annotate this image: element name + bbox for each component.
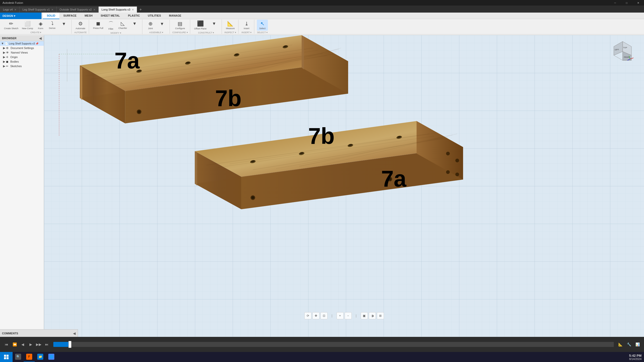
toolbar-tab-solid[interactable]: SOLID bbox=[43, 13, 59, 19]
playback-play[interactable]: ▶ bbox=[27, 340, 35, 348]
playback-step-back[interactable]: ◀ bbox=[19, 340, 27, 348]
zoom-out-button[interactable]: − bbox=[345, 312, 352, 319]
new-joint-button[interactable]: ⊕ Joint bbox=[145, 20, 156, 31]
tabbar: Legs v4 ✕ Leg Shelf Supports v1 ✕ Outsid… bbox=[0, 6, 644, 13]
separator: | bbox=[329, 312, 336, 319]
bt-icon-2[interactable]: 🔧 bbox=[625, 340, 633, 348]
new-tab-button[interactable]: + bbox=[137, 7, 144, 13]
browser-item-doc-settings[interactable]: ▶ ⚙ Document Settings bbox=[0, 46, 44, 50]
playback-skip-start[interactable]: ⏮ bbox=[3, 340, 11, 348]
tab-outside-shelf[interactable]: Outside Shelf Supports v2 ✕ bbox=[57, 7, 99, 13]
minimize-button[interactable]: ─ bbox=[609, 0, 621, 6]
browser-item-root[interactable]: ▼ 📄 Long Shelf Supports v3 📌 bbox=[0, 41, 44, 46]
automate-button[interactable]: ⚙ Automate bbox=[74, 20, 87, 31]
svg-rect-34 bbox=[4, 357, 6, 359]
more-create-button[interactable]: ▾ bbox=[58, 20, 69, 31]
taskbar-chrome[interactable]: 🌐 bbox=[46, 352, 57, 362]
taskbar-clock: 5:42 PM 8/14/2024 bbox=[629, 354, 641, 360]
construct-group-label: CONSTRUCT ▾ bbox=[198, 31, 214, 34]
close-button[interactable]: ✕ bbox=[632, 0, 644, 6]
browser-collapse-button[interactable]: ◀ bbox=[39, 36, 42, 40]
zoom-fit-button[interactable]: ⊡ bbox=[320, 312, 328, 319]
tab-close-outside[interactable]: ✕ bbox=[93, 8, 95, 11]
bt-icon-1[interactable]: 📐 bbox=[616, 340, 624, 348]
select-button[interactable]: ↖ Select bbox=[257, 20, 268, 31]
toolbar-tab-plastic[interactable]: PLASTIC bbox=[124, 13, 144, 19]
new-component-button[interactable]: ⬜ New Comp bbox=[20, 20, 35, 31]
tab-leg-shelf[interactable]: Leg Shelf Supports v1 ✕ bbox=[20, 7, 57, 13]
timeline-cursor[interactable] bbox=[68, 341, 71, 348]
tab-close-long-shelf[interactable]: ✕ bbox=[132, 8, 134, 11]
explorer-taskbar-icon: 📁 bbox=[37, 354, 43, 360]
beam2-screw-front-2-inner bbox=[388, 178, 391, 180]
toolbar-group-construct: ⬛ Offset Plane ▾ CONSTRUCT ▾ bbox=[193, 19, 222, 34]
tab-close-leg-shelf[interactable]: ✕ bbox=[51, 8, 53, 11]
toolbar-tab-sheet-metal[interactable]: SHEET METAL bbox=[97, 13, 124, 19]
chamfer-button[interactable]: ◺ Chamfer bbox=[117, 19, 129, 31]
derive-icon: ⤵ bbox=[51, 21, 54, 26]
select-icon: ↖ bbox=[260, 21, 265, 27]
tab-legs[interactable]: Legs v4 ✕ bbox=[0, 7, 20, 13]
taskbar-search[interactable]: 🔍 bbox=[13, 352, 24, 362]
fillet-button[interactable]: ⌒ Fillet bbox=[105, 19, 116, 31]
toolbar-tab-manage[interactable]: MANAGE bbox=[165, 13, 185, 19]
create-form-button[interactable]: ◈ Form bbox=[35, 20, 46, 31]
comments-expand-button[interactable]: ◀ bbox=[73, 331, 76, 335]
viewcube[interactable]: TOP FRONT LEFT bbox=[611, 40, 634, 63]
toolbar-tab-utilities[interactable]: UTILITIES bbox=[144, 13, 165, 19]
offset-plane-button[interactable]: ⬛ Offset Plane bbox=[193, 19, 208, 31]
automate-icon: ⚙ bbox=[78, 21, 83, 27]
measure-icon: 📐 bbox=[227, 21, 233, 27]
insert-icon: ⤓ bbox=[245, 21, 249, 27]
design-dropdown[interactable]: DESIGN ▾ bbox=[0, 13, 42, 19]
effects-button[interactable]: ◑ bbox=[369, 312, 376, 319]
more-construct-button[interactable]: ▾ bbox=[209, 19, 220, 31]
toolbar-tab-mesh[interactable]: MESH bbox=[80, 13, 97, 19]
bt-icon-3[interactable]: 📊 bbox=[633, 340, 641, 348]
measure-button[interactable]: 📐 Measure bbox=[224, 20, 236, 31]
playback-skip-end[interactable]: ⏭ bbox=[43, 340, 51, 348]
bodies-icon: ◼ bbox=[6, 60, 8, 63]
zoom-in-button[interactable]: + bbox=[337, 312, 344, 319]
derive-button[interactable]: ⤵ Derive bbox=[47, 20, 58, 31]
modify-group-label: MODIFY ▾ bbox=[110, 32, 121, 34]
taskbar-fusion[interactable]: F bbox=[24, 352, 35, 362]
toolbar-buttons: ✏ Create Sketch ⬜ New Comp ◈ Form ⤵ Deri… bbox=[0, 19, 644, 34]
viewport[interactable]: 7a 7b 7b 7a TOP FRONT LEFT ⟳ ✥ ⊡ | + bbox=[44, 35, 644, 337]
timeline-bar[interactable] bbox=[53, 342, 614, 347]
browser-item-origin[interactable]: ▶ ✛ Origin bbox=[0, 55, 44, 59]
toolbar-group-inspect: 📐 Measure INSPECT ▾ bbox=[224, 20, 238, 34]
toolbar-tab-surface[interactable]: SURFACE bbox=[59, 13, 81, 19]
more-assemble-button[interactable]: ▾ bbox=[156, 20, 168, 31]
browser-item-named-views[interactable]: ▶ 👁 Named Views bbox=[0, 50, 44, 55]
maximize-button[interactable]: □ bbox=[621, 0, 632, 6]
playback-step-forward[interactable]: ▶▶ bbox=[35, 340, 43, 348]
pan-button[interactable]: ✥ bbox=[312, 312, 319, 319]
press-pull-button[interactable]: ◼ Press Pull bbox=[92, 19, 105, 31]
browser-item-sketches[interactable]: ▶ ✏ Sketches bbox=[0, 64, 44, 68]
taskbar-explorer[interactable]: 📁 bbox=[35, 352, 46, 362]
search-taskbar-icon: 🔍 bbox=[15, 354, 21, 360]
toolbar-group-select: ↖ Select SELECT ▾ bbox=[257, 20, 270, 34]
expand-icon-named-views: ▶ bbox=[3, 51, 5, 54]
clock-date: 8/14/2024 bbox=[629, 357, 641, 360]
tab-long-shelf[interactable]: Long Shelf Supports v3 ✕ bbox=[99, 7, 137, 13]
beam2-screw-right-3 bbox=[455, 159, 459, 162]
more-assemble-icon: ▾ bbox=[161, 21, 163, 27]
svg-rect-35 bbox=[7, 357, 9, 359]
viewport-controls: ⟳ ✥ ⊡ | + − | ▣ ◑ ⊞ bbox=[304, 312, 384, 319]
create-sketch-button[interactable]: ✏ Create Sketch bbox=[3, 20, 20, 31]
playback-rewind[interactable]: ⏪ bbox=[11, 340, 19, 348]
orbit-button[interactable]: ⟳ bbox=[304, 312, 311, 319]
beam2-left-end bbox=[195, 151, 197, 186]
insert-button[interactable]: ⤓ Insert bbox=[241, 20, 252, 31]
start-button[interactable] bbox=[0, 352, 13, 362]
browser-item-bodies[interactable]: ▶ ◼ Bodies bbox=[0, 59, 44, 64]
sketches-icon: ✏ bbox=[6, 65, 8, 68]
grid-settings-button[interactable]: ⊞ bbox=[377, 312, 384, 319]
more-modify-button[interactable]: ▾ bbox=[129, 19, 140, 31]
configure-button[interactable]: ▤ Configure bbox=[174, 20, 186, 31]
display-settings-button[interactable]: ▣ bbox=[361, 312, 368, 319]
tab-close-legs[interactable]: ✕ bbox=[14, 8, 16, 11]
browser-header: BROWSER ◀ bbox=[0, 35, 44, 41]
